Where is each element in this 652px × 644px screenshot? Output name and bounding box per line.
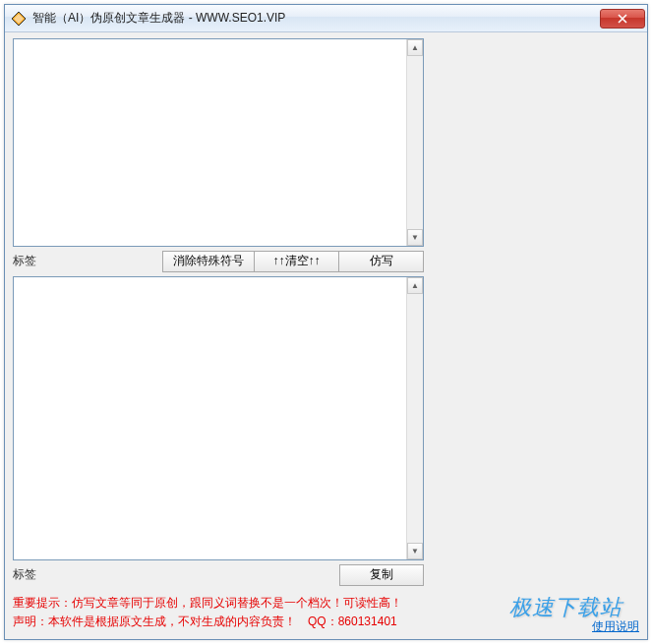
tag-label-bottom: 标签 — [13, 566, 48, 583]
rewrite-button[interactable]: 仿写 — [339, 251, 424, 272]
remove-special-button[interactable]: 消除特殊符号 — [162, 251, 255, 272]
output-textarea-wrap: ▲ ▼ — [13, 276, 424, 560]
app-icon — [11, 11, 27, 27]
close-icon — [618, 14, 627, 24]
note-line-2: 声明：本软件是根据原文生成，不对生成的内容负责！ QQ：860131401 — [13, 613, 424, 631]
tag-label-top: 标签 — [13, 253, 48, 269]
scroll-up-icon[interactable]: ▲ — [407, 277, 423, 294]
output-textarea[interactable] — [14, 277, 406, 559]
titlebar[interactable]: 智能（AI）伪原创文章生成器 - WWW.SEO1.VIP — [5, 5, 647, 32]
scroll-down-icon[interactable]: ▼ — [407, 543, 423, 559]
toolbar-top: 标签 消除特殊符号 ↑↑清空↑↑ 仿写 — [13, 251, 424, 272]
app-window: 智能（AI）伪原创文章生成器 - WWW.SEO1.VIP ▲ ▼ 标签 消除特… — [4, 4, 648, 640]
note-line-1: 重要提示：仿写文章等同于原创，跟同义词替换不是一个档次！可读性高！ — [13, 594, 424, 613]
scroll-track[interactable] — [407, 294, 423, 543]
window-title: 智能（AI）伪原创文章生成器 - WWW.SEO1.VIP — [32, 10, 600, 27]
scrollbar[interactable]: ▲ ▼ — [406, 277, 423, 559]
scroll-up-icon[interactable]: ▲ — [407, 39, 423, 56]
copy-button[interactable]: 复制 — [339, 564, 424, 586]
right-pane — [434, 38, 639, 631]
close-button[interactable] — [600, 9, 645, 29]
input-textarea-wrap: ▲ ▼ — [13, 38, 424, 247]
scroll-track[interactable] — [407, 56, 423, 229]
clear-button[interactable]: ↑↑清空↑↑ — [255, 251, 339, 272]
left-pane: ▲ ▼ 标签 消除特殊符号 ↑↑清空↑↑ 仿写 ▲ ▼ — [13, 38, 424, 631]
toolbar-bottom: 标签 复制 — [13, 564, 424, 586]
usage-link[interactable]: 使用说明 — [592, 618, 639, 635]
input-textarea[interactable] — [14, 39, 406, 246]
scrollbar[interactable]: ▲ ▼ — [406, 39, 423, 246]
notes: 重要提示：仿写文章等同于原创，跟同义词替换不是一个档次！可读性高！ 声明：本软件… — [13, 594, 424, 631]
scroll-down-icon[interactable]: ▼ — [407, 229, 423, 246]
client-area: ▲ ▼ 标签 消除特殊符号 ↑↑清空↑↑ 仿写 ▲ ▼ — [5, 32, 647, 639]
